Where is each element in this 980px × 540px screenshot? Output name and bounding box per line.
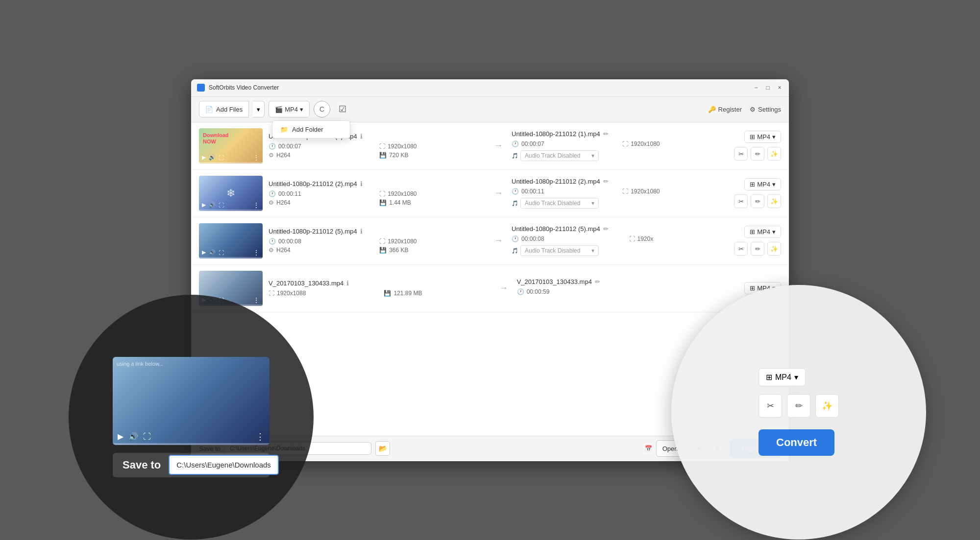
zoom-action-buttons: ✂ ✏ ✨ — [759, 394, 839, 418]
edit-button-2[interactable]: ✏ — [751, 194, 764, 208]
format-value-3: MP4 — [757, 228, 770, 235]
settings-button[interactable]: ⚙ Settings — [750, 106, 781, 113]
arrow-2: → — [491, 188, 506, 198]
zoom-right-content: ⊞ MP4 ▾ ✂ ✏ ✨ Convert — [744, 353, 854, 470]
edit-button-3[interactable]: ✏ — [751, 242, 764, 256]
arrow-4: → — [496, 283, 511, 293]
zoom-convert-button[interactable]: Convert — [759, 429, 834, 456]
codec-3: H264 — [276, 247, 291, 254]
thumbnail-3: ▶ 🔊 ⛶ ⋮ — [199, 223, 263, 258]
dropdown-chevron-icon: ▾ — [257, 106, 260, 113]
output-info-1: Untitled-1080p-211012 (1).mp4 ✏ 🕐00:00:0… — [512, 130, 728, 161]
format-selector-3[interactable]: ⊞ MP4 ▾ — [744, 226, 781, 238]
audio-track-select-3[interactable]: Audio Track Disabled ▾ — [520, 245, 599, 256]
format-selector-1[interactable]: ⊞ MP4 ▾ — [744, 131, 781, 143]
action-buttons-3: ✂ ✏ ✨ — [734, 242, 781, 256]
cut-button-2[interactable]: ✂ — [734, 194, 748, 208]
zoom-cut-button[interactable]: ✂ — [759, 394, 782, 418]
magic-button-3[interactable]: ✨ — [767, 242, 781, 256]
play-icon-2[interactable]: ▶ — [202, 202, 206, 208]
volume-icon[interactable]: 🔊 — [209, 154, 216, 161]
edit-filename-icon-4[interactable]: ✏ — [595, 278, 600, 285]
duration-1: 00:00:07 — [278, 143, 301, 150]
info-icon-2[interactable]: ℹ — [360, 180, 363, 188]
audio-track-label-3: Audio Track Disabled — [525, 247, 580, 254]
audio-track-label-1: Audio Track Disabled — [525, 152, 580, 159]
format-selector-2[interactable]: ⊞ MP4 ▾ — [744, 178, 781, 190]
more-icon-4[interactable]: ⋮ — [253, 296, 260, 304]
output-filename-4: V_20170103_130433.mp4 — [517, 278, 592, 285]
thumb-text-1: DownloadNOW — [203, 132, 229, 145]
out-res-icon: ⛶ — [622, 141, 628, 147]
settings-label: Settings — [758, 106, 781, 113]
output-controls-3: ⊞ MP4 ▾ ✂ ✏ ✨ — [734, 226, 781, 256]
zoom-circle-right: ⊞ MP4 ▾ ✂ ✏ ✨ Convert — [671, 285, 926, 540]
add-folder-label: Add Folder — [292, 126, 323, 133]
fullscreen-icon[interactable]: ⛶ — [219, 155, 224, 161]
cut-button-3[interactable]: ✂ — [734, 242, 748, 256]
zoom-more-icon[interactable]: ⋮ — [256, 431, 265, 442]
maximize-button[interactable]: □ — [764, 84, 771, 91]
zoom-play-icon[interactable]: ▶ — [118, 432, 123, 441]
resolution-1: 1920x1080 — [388, 143, 416, 150]
close-button[interactable]: × — [776, 84, 783, 91]
edit-filename-icon-1[interactable]: ✏ — [603, 130, 609, 138]
fullscreen-icon-2[interactable]: ⛶ — [219, 202, 224, 208]
clear-button[interactable]: C — [314, 101, 330, 117]
arrow-3: → — [491, 235, 506, 246]
volume-icon-2[interactable]: 🔊 — [209, 202, 216, 208]
magic-button-1[interactable]: ✨ — [767, 147, 781, 161]
zoom-format-row[interactable]: ⊞ MP4 ▾ — [759, 368, 806, 386]
toolbar: 📄 Add Files ▾ 🎬 MP4 ▾ C ☑ 🔑 Register ⚙ S… — [191, 97, 789, 122]
more-icon-2[interactable]: ⋮ — [253, 201, 260, 209]
edit-button-1[interactable]: ✏ — [751, 147, 764, 161]
source-filename-2: Untitled-1080p-211012 (2).mp4 — [269, 180, 357, 188]
file-info-3: Untitled-1080p-211012 (5).mp4 ℹ 🕐00:00:0… — [269, 228, 485, 254]
audio-track-select-2[interactable]: Audio Track Disabled ▾ — [520, 198, 599, 209]
duration-2: 00:00:11 — [278, 190, 301, 197]
size-1: 720 KB — [389, 152, 408, 159]
browse-folder-button[interactable]: 📂 — [375, 441, 390, 456]
out-resolution-1: 1920x1080 — [631, 141, 660, 147]
format-value-2: MP4 — [757, 181, 770, 188]
volume-icon-3[interactable]: 🔊 — [209, 249, 216, 256]
resolution-4: 1920x1088 — [277, 290, 306, 297]
app-logo — [197, 84, 205, 92]
resolution-icon: ⛶ — [379, 143, 385, 150]
edit-filename-icon-2[interactable]: ✏ — [603, 178, 609, 185]
format-select-button[interactable]: 🎬 MP4 ▾ — [269, 101, 310, 117]
check-button[interactable]: ☑ — [334, 101, 351, 117]
fullscreen-icon-3[interactable]: ⛶ — [219, 250, 224, 256]
play-icon[interactable]: ▶ — [202, 154, 206, 161]
duration-3: 00:00:08 — [278, 238, 301, 245]
info-icon-3[interactable]: ℹ — [360, 228, 363, 235]
thumbnail-1: DownloadNOW ▶ 🔊 ⛶ ⋮ — [199, 128, 263, 164]
audio-track-select-1[interactable]: Audio Track Disabled ▾ — [520, 150, 599, 161]
register-button[interactable]: 🔑 Register — [708, 106, 742, 113]
output-controls-1: ⊞ MP4 ▾ ✂ ✏ ✨ — [734, 131, 781, 161]
output-info-4: V_20170103_130433.mp4 ✏ 🕐00:00:59 — [517, 278, 739, 298]
info-icon-4[interactable]: ℹ — [346, 280, 349, 287]
add-folder-item[interactable]: 📁 Add Folder — [272, 121, 350, 138]
edit-filename-icon-3[interactable]: ✏ — [603, 225, 609, 233]
play-icon-3[interactable]: ▶ — [202, 249, 206, 256]
minimize-button[interactable]: − — [753, 84, 760, 91]
check-icon: ☑ — [339, 104, 346, 115]
cut-button-1[interactable]: ✂ — [734, 147, 748, 161]
source-filename-4: V_20170103_130433.mp4 — [269, 280, 343, 287]
add-files-button[interactable]: 📄 Add Files — [199, 101, 249, 117]
magic-button-2[interactable]: ✨ — [767, 194, 781, 208]
key-icon: 🔑 — [708, 106, 716, 113]
output-info-3: Untitled-1080p-211012 (5).mp4 ✏ 🕐00:00:0… — [512, 225, 728, 256]
size-4: 121.89 MB — [393, 290, 422, 297]
zoom-save-path-display: C:\Users\Eugene\Downloads — [169, 455, 279, 475]
zoom-fullscreen-icon[interactable]: ⛶ — [143, 432, 151, 441]
add-files-dropdown-button[interactable]: ▾ — [253, 101, 265, 117]
out-duration-4: 00:00:59 — [527, 288, 550, 295]
more-icon-3[interactable]: ⋮ — [253, 249, 260, 257]
info-icon-1[interactable]: ℹ — [360, 133, 363, 140]
zoom-volume-icon[interactable]: 🔊 — [128, 432, 138, 441]
more-icon[interactable]: ⋮ — [253, 154, 260, 162]
zoom-edit-button[interactable]: ✏ — [787, 394, 810, 418]
zoom-magic-button[interactable]: ✨ — [815, 394, 839, 418]
